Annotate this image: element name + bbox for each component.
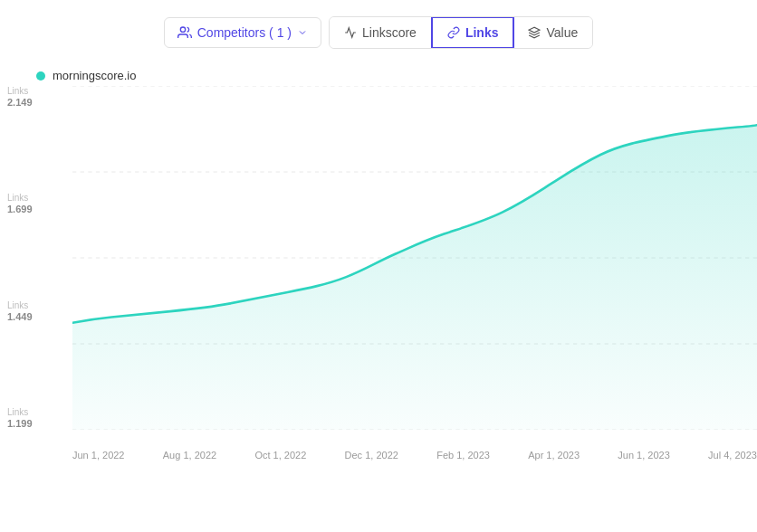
x-label-7: Jun 1, 2023 — [618, 450, 670, 461]
value-label: Value — [546, 25, 578, 40]
x-axis-labels: Jun 1, 2022 Aug 1, 2022 Oct 1, 2022 Dec … — [72, 430, 757, 466]
links-label: Links — [465, 25, 499, 40]
y-axis-labels: Links 2.149 Links 1.699 Links 1.449 Link… — [0, 86, 72, 430]
x-label-5: Feb 1, 2023 — [436, 450, 490, 461]
y-label-mid1: Links 1.699 — [0, 193, 72, 215]
legend-label: morningscore.io — [53, 69, 137, 82]
chart-container: Links 2.149 Links 1.699 Links 1.449 Link… — [0, 86, 757, 466]
links-icon — [447, 26, 460, 39]
y-label-bottom: Links 1.199 — [0, 407, 72, 430]
legend-dot — [36, 71, 45, 81]
chevron-down-icon — [297, 27, 308, 38]
x-label-3: Oct 1, 2022 — [254, 450, 306, 461]
svg-point-0 — [180, 27, 185, 32]
tab-linkscore[interactable]: Linkscore — [330, 17, 432, 48]
y-label-mid2: Links 1.449 — [0, 300, 72, 323]
competitors-label: Competitors ( 1 ) — [197, 25, 292, 40]
x-label-4: Dec 1, 2022 — [345, 450, 398, 461]
linkscore-label: Linkscore — [362, 25, 417, 40]
chart-svg-wrapper — [72, 86, 757, 430]
chart-legend: morningscore.io — [0, 62, 757, 86]
toolbar: Competitors ( 1 ) Linkscore Links Val — [0, 0, 757, 62]
tab-links[interactable]: Links — [431, 16, 515, 49]
y-label-top: Links 2.149 — [0, 86, 72, 109]
x-label-6: Apr 1, 2023 — [528, 450, 580, 461]
chart-svg — [72, 86, 757, 430]
tab-group: Linkscore Links Value — [329, 16, 593, 49]
linkscore-icon — [344, 26, 357, 39]
tab-value[interactable]: Value — [513, 17, 592, 48]
competitors-icon — [177, 25, 192, 40]
value-icon — [528, 26, 541, 39]
x-label-1: Jun 1, 2022 — [72, 450, 125, 461]
x-label-8: Jul 4, 2023 — [708, 450, 757, 461]
chart-fill — [72, 125, 757, 430]
x-label-2: Aug 1, 2022 — [163, 450, 216, 461]
competitors-button[interactable]: Competitors ( 1 ) — [164, 17, 321, 48]
